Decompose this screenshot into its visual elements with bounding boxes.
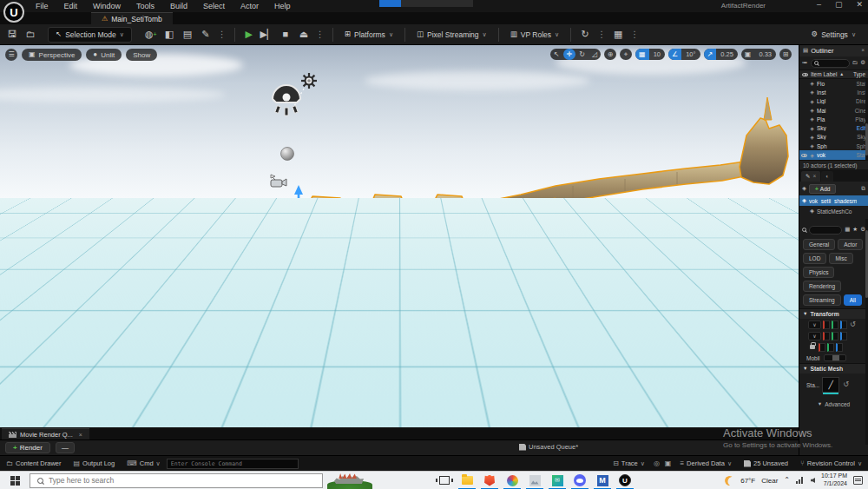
filter-button[interactable]: All — [844, 294, 862, 306]
derived-data-dropdown[interactable]: ≡ Derived Data ∨ — [674, 456, 738, 471]
reset-mesh-icon[interactable]: ↺ — [843, 381, 849, 388]
skip-button[interactable]: ▶▏ — [260, 27, 275, 43]
static-mesh-thumbnail[interactable]: ╱ — [822, 377, 839, 393]
snapshot-icon[interactable]: ▣ — [662, 460, 674, 467]
scale-z-field[interactable] — [836, 343, 843, 352]
taskbar-app-discord[interactable] — [569, 472, 591, 489]
taskbar-app-brave[interactable] — [478, 472, 501, 489]
location-dropdown[interactable]: ∨ — [808, 320, 821, 329]
content-browser-icon[interactable]: 🗀 — [23, 27, 38, 43]
taskbar-app-paint3d[interactable] — [501, 472, 523, 489]
level-tab[interactable]: ⚠ Main_SetiTomb — [91, 12, 173, 24]
minimize-button[interactable]: – — [817, 1, 821, 9]
world-local-toggle[interactable]: ⊕ — [604, 49, 616, 60]
perspective-dropdown[interactable]: ▣ Perspective — [22, 49, 82, 61]
close-button[interactable]: ✕ — [856, 1, 863, 9]
scale-y-field[interactable] — [827, 343, 834, 352]
tab-close-icon[interactable]: × — [79, 432, 82, 438]
render-button[interactable]: + Render — [5, 442, 50, 453]
outliner-row[interactable]: ◈ Sky Edit — [799, 123, 868, 132]
advanced-section-header[interactable]: ▼ Advanced — [799, 400, 868, 409]
pixel-streaming-dropdown[interactable]: ◫ Pixel Streaming ∨ — [411, 27, 492, 43]
tray-expand-icon[interactable]: ⌃ — [784, 477, 790, 484]
select-tool[interactable]: ↖ — [550, 49, 563, 60]
maximize-viewport-icon[interactable]: ⊞ — [779, 49, 792, 60]
outliner-row[interactable]: ◈ Flo Stat — [799, 79, 868, 88]
taskbar-search[interactable] — [30, 473, 323, 488]
menu-item[interactable]: Help — [266, 2, 299, 10]
reset-location-icon[interactable]: ↺ — [850, 321, 856, 328]
rotation-snap-control[interactable]: ∠ 10° — [668, 49, 700, 60]
filter-button[interactable]: Rendering — [803, 281, 841, 292]
taskbar-app-photos[interactable] — [523, 472, 546, 489]
add-component-button[interactable]: + Add — [809, 184, 836, 194]
weather-moon-icon[interactable] — [724, 474, 736, 486]
notification-center-icon[interactable] — [853, 476, 863, 485]
menu-item[interactable]: Actor — [233, 2, 266, 10]
outliner-row[interactable]: ◈ Sph Sph — [799, 142, 868, 150]
show-dropdown[interactable]: Show — [126, 49, 157, 61]
menu-item[interactable]: Window — [85, 2, 128, 10]
outliner-row[interactable]: ◈ vok Stat — [799, 150, 868, 159]
static-mesh-section-header[interactable]: ▼ Static Mesh — [799, 363, 868, 373]
component-row-root[interactable]: ◈ vok_setii_shadesm — [799, 195, 868, 206]
trace-dropdown[interactable]: ⊟ Trace ∨ — [607, 456, 651, 471]
movie-render-queue-tab[interactable]: Movie Render Q... × — [2, 428, 89, 439]
play-button[interactable]: ▶ — [241, 27, 257, 43]
taskbar-app-mail[interactable]: ✉ — [546, 472, 569, 489]
menu-item[interactable]: Edit — [56, 2, 86, 10]
menu-item[interactable]: Build — [162, 2, 195, 10]
weather-condition[interactable]: Clear — [761, 477, 778, 485]
speaker-icon[interactable] — [811, 478, 815, 483]
menu-item[interactable]: Select — [195, 2, 233, 10]
rotate-tool[interactable]: ↻ — [575, 49, 589, 60]
toolbar-kebab-icon[interactable]: ⋮ — [216, 30, 228, 39]
location-z-field[interactable] — [840, 320, 847, 329]
scale-lock-icon[interactable] — [810, 345, 815, 349]
outliner-close-icon[interactable]: × — [861, 48, 865, 54]
cmd-dropdown[interactable]: ⌨ Cmd ∨ — [121, 456, 167, 471]
viewport-options-icon[interactable]: ☰ — [5, 49, 17, 61]
menu-item[interactable]: Tools — [128, 2, 162, 10]
eject-button[interactable]: ⏏ — [296, 27, 312, 43]
rotation-x-field[interactable] — [823, 332, 830, 340]
taskbar-app-unreal[interactable]: U — [614, 472, 636, 489]
surface-snap-toggle[interactable]: ⌖ — [620, 49, 632, 60]
outliner-row[interactable]: ◈ Sky Sky — [799, 133, 868, 142]
view-mode-dropdown[interactable]: ● Unlit — [86, 49, 122, 61]
details-tab[interactable]: ✎× — [801, 171, 820, 182]
task-view-button[interactable] — [433, 472, 456, 489]
unsaved-indicator[interactable]: 25 Unsaved — [738, 456, 794, 471]
filter-button[interactable]: General — [803, 239, 835, 250]
play-options-kebab-icon[interactable]: ⋮ — [314, 30, 326, 39]
level-viewport[interactable]: ☰ ▣ Perspective ● Unlit Show ↖ ✛ ↻ ◿ ⊕ ⌖ — [0, 45, 799, 427]
taskbar-app-file-explorer[interactable] — [456, 472, 478, 489]
settings-dropdown[interactable]: ⚙ Settings ∨ — [806, 27, 861, 43]
grid-view-icon[interactable]: ▦ — [845, 227, 850, 233]
remove-button[interactable]: — — [56, 442, 75, 453]
platforms-dropdown[interactable]: ⊞ Platforms ∨ — [339, 27, 398, 43]
virtual-camera-icon[interactable]: ▦ — [610, 27, 626, 43]
outliner-row[interactable]: ◈ Pla Play — [799, 115, 868, 123]
blueprints-icon[interactable]: ◧ — [161, 27, 177, 43]
rotation-dropdown[interactable]: ∨ — [808, 332, 821, 340]
grid-snap-control[interactable]: ▦ 10 — [635, 49, 665, 60]
visibility-eye-icon[interactable] — [801, 154, 807, 157]
filter-button[interactable]: Actor — [838, 239, 863, 250]
outliner-row[interactable]: ◈ Mai Cine — [799, 106, 868, 115]
maximize-button[interactable]: ▢ — [835, 1, 843, 9]
scale-tool[interactable]: ◿ — [589, 49, 601, 60]
revision-control-dropdown[interactable]: ⑂ Revision Control ∨ — [794, 456, 868, 471]
world-settings-tab[interactable]: ◐ — [821, 171, 833, 182]
selection-mode-dropdown[interactable]: ↖ Selection Mode ∨ — [48, 27, 132, 43]
outliner-search-input[interactable] — [811, 59, 850, 68]
rotation-z-field[interactable] — [840, 332, 847, 340]
recompile-icon[interactable]: ↻ — [577, 27, 593, 43]
filter-button[interactable]: LOD — [803, 253, 826, 264]
unreal-logo-icon[interactable]: U — [3, 2, 24, 23]
location-x-field[interactable] — [823, 320, 830, 329]
vp-roles-dropdown[interactable]: ▥ VP Roles ∨ — [505, 27, 564, 43]
mobility-toggle[interactable] — [824, 354, 846, 361]
outliner-row[interactable]: ◈ Ligl Dire — [799, 97, 868, 106]
filter-button[interactable]: Misc — [829, 253, 852, 264]
